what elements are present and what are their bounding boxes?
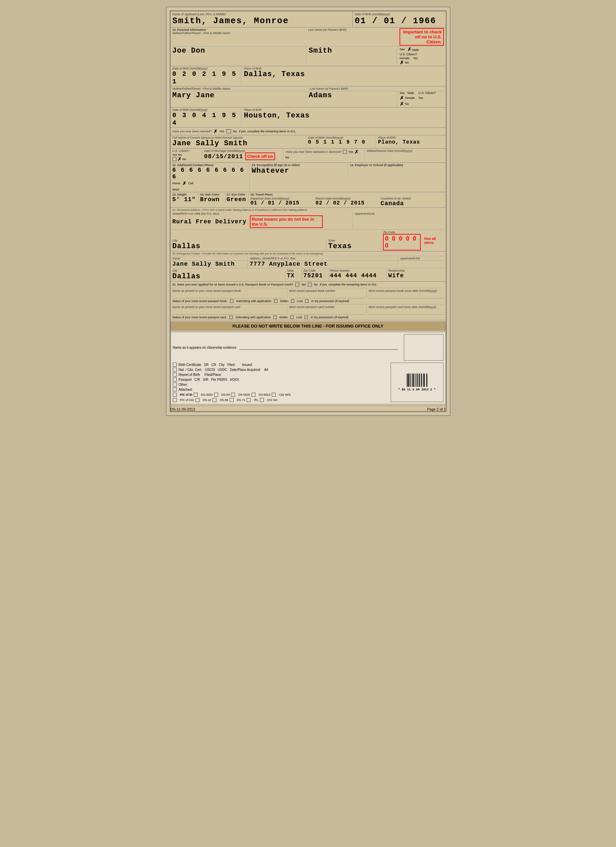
ec-address-label: Address: Street/RFD # or P.O. Box [250,257,396,260]
s21-no-box [308,283,312,286]
passport-label: Passport C/R S/R Per PIERS #/DOI: [179,378,240,381]
ds5513-checkbox [251,393,256,397]
ds71-checkbox [230,398,234,402]
ec-city-label: City [173,269,283,272]
parent2-pob-label: Place of Birth [244,108,444,112]
marriage-annotation: Check off no [245,152,275,160]
height-value: 5' 11" [173,196,197,203]
state19-label: State [328,239,379,242]
passport-checkbox [173,378,177,381]
ds5520-label: DS-5520 [238,393,250,396]
barcode-graphic [407,373,427,387]
parent2-yes-label: Yes [418,96,423,100]
us-citizen-no-x: ✗ [177,156,182,162]
spouse-dob-label: Date of Birth (mm/dd/yyyy) [308,136,374,139]
book-status-label: Status of your most recent passport book… [173,300,228,303]
nat-cert-label: Nat. / Citz. Cert. USCIS USDC Date/Place… [179,368,261,372]
attached-label: Attached: [179,388,193,391]
married-yes-label: Yes [219,130,225,133]
citizenship-label: Name as it appears on citizenship eviden… [173,346,237,350]
cell-label: Cell [188,182,194,185]
a-hash-label: A# [264,368,268,372]
parent2-citizen-label: U.S. Citizen? [419,91,436,94]
return-label: Return Date (mm/dd/yyyy) [315,197,379,200]
card-status-possession-box [304,316,308,319]
parent2-no-label: No [405,102,409,106]
us-citizen-yes-box [173,157,176,161]
apartment-label: Apartment/Unit [355,212,444,215]
card-status-stolen-box [273,316,277,319]
card-name-label: Name as printed on your most recent pass… [173,305,285,309]
book-number-label: Most recent passport book number [289,289,365,292]
applicant-dob: 01 / 01 / 1966 [355,16,444,26]
footer: DS-11 09-2013 Page 2 of 2 [170,406,446,411]
street-value: Rural Free Delivery [173,218,247,225]
page-label: Page 2 of 2 [427,407,446,411]
irl-checkbox [247,398,251,402]
s21-yes-label: Yes [301,283,306,286]
spouse-pob: Plano, Texas [378,139,444,145]
rural-annotation: Rural means you do not live in the U.S. [250,215,323,228]
countries-label: Countries to be Visited [381,197,444,200]
parent2-dob-label: Date of Birth (mm/dd/yyyy) [173,108,239,112]
us-citizen-no-label2: No [182,158,186,161]
other-label: Other: [179,383,188,387]
s21-yes-box [295,283,299,286]
parent1-lastname-label: Last Name (at Parent's Birth) [308,28,397,31]
section19-label: 19. Permanent Address - If P.O. Box is l… [173,208,444,211]
card-date-label: Most recent passport card issue date (mm… [369,305,444,309]
parent2-male-label: Male [408,91,414,94]
eye-value: Green [227,196,247,203]
parent1-dob-label: Date of Birth (mm/dd/yyyy) [173,67,239,70]
section13-occupation: Whatever [251,167,346,175]
book-name-label: Name as printed on your most recent pass… [173,289,285,292]
spouse-label: Full Name of Current Spouse or Most Rece… [173,136,304,139]
ec-relationship-value: Wife [388,272,444,279]
marriage-date-label: Date of Marriage (mm/dd/yyyy) [204,149,281,152]
state19-value: Texas [328,242,379,251]
zip19-label: Zip Code [383,230,421,234]
ec-relationship-label: Relationship [388,269,444,272]
married-label: Have you ever been married? [173,130,212,133]
parent1-female-label: Female [400,56,410,60]
birth-cert-label: Birth Certificate SR CR City Filed: [179,363,236,367]
ec-name-label: Name [173,257,245,260]
form-number: DS-11 09-2013 [170,407,195,411]
cisver-label: CIS Ver [267,398,278,402]
parent1-no-label: No [405,61,409,64]
book-status-possession-box [305,300,309,303]
other-checkbox [173,382,177,387]
attached-checkbox [173,387,177,391]
married-note: If yes, complete the remaining items in … [239,130,296,133]
hair-label: 16. Hair Color [200,193,224,196]
citizen-annotation: Important to check off no to U.S. Citize… [400,28,443,46]
book-status-submit-box [230,300,233,303]
street-label: Street/RFD # or URB (No P.O. Box) [173,212,350,215]
form-container: Name of Applicant (Last, First, & Middle… [170,10,446,412]
widowed-yes-label: Yes [348,150,353,153]
citizenship-line [239,345,397,350]
section14-label: 14. Employer or School (if applicable) [350,164,444,167]
book-status-lost: Lost [297,300,303,303]
card-status-stolen: Stolen [279,316,288,319]
hair-value: Brown [200,196,224,203]
parent1-pob: Dallas, Texas [244,70,444,78]
parent1-no-x: ✗ [400,60,404,65]
check-nat-cert: Nat. / Citz. Cert. USCIS USDC Date/Place… [173,367,387,372]
widowed-label: Have you ever been widowed or divorced? [285,150,341,153]
city19-value: Dallas [173,242,324,251]
parent2-name-label: Mother/Father/Parent - First & Middle Na… [173,87,307,90]
dob-label: Date of Birth (mm/dd/yyyy) [355,13,444,16]
spouse-dob: 0 5 1 1 1 9 7 0 [308,139,374,145]
ds86-checkbox [213,398,216,402]
section10-header: 10. Parental Information [173,28,305,31]
card-status-lost: Lost [296,316,302,319]
report-birth-checkbox [173,373,177,376]
departure-value: 01 / 01 / 2015 [251,200,314,206]
card-status-label: Status of your most recent passport card… [173,316,227,319]
eye-label: 17. Eye Color [227,193,247,196]
parent2-female-label: Female [405,96,415,100]
ds5520-checkbox [231,393,235,397]
issued-label1: Issued: [242,363,253,367]
book-status-stolen-box [274,300,278,303]
